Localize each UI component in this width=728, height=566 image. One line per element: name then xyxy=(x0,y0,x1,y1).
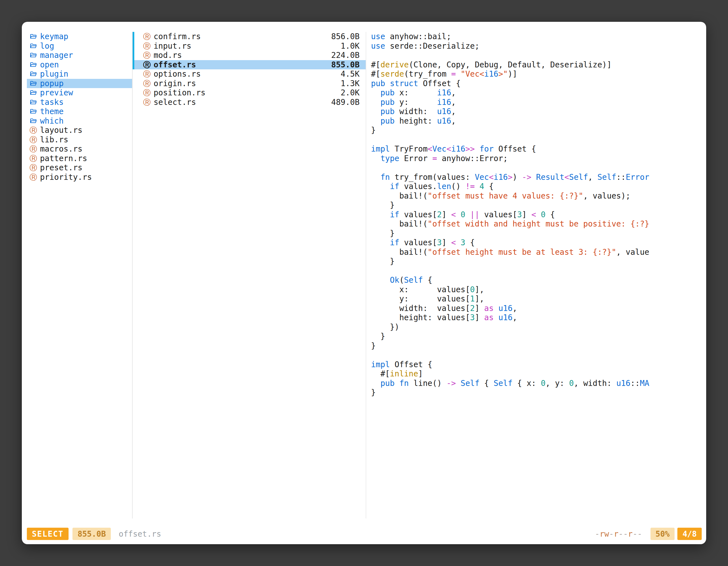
preview-pane-code: use anyhow::bail;use serde::Deserialize;… xyxy=(371,32,702,397)
file-size: 224.0B xyxy=(331,51,360,60)
item-label: pattern.rs xyxy=(40,154,87,163)
file-row-confirm-rs[interactable]: Ⓡconfirm.rs856.0B xyxy=(133,32,366,41)
code-line: bail!("offset height must be at least 3:… xyxy=(371,248,702,257)
code-line: } xyxy=(371,388,702,397)
folder-icon xyxy=(29,42,37,50)
rust-file-icon: Ⓡ xyxy=(143,42,151,50)
folder-icon xyxy=(29,98,37,106)
sidebar-item-macros-rs[interactable]: Ⓡmacros.rs xyxy=(27,144,132,154)
sidebar-item-preset-rs[interactable]: Ⓡpreset.rs xyxy=(27,163,132,173)
code-line: if values.len() != 4 { xyxy=(371,182,702,191)
file-row-options-rs[interactable]: Ⓡoptions.rs4.5K xyxy=(133,69,366,79)
code-line xyxy=(371,350,702,360)
code-line: } xyxy=(371,332,702,341)
file-row-mod-rs[interactable]: Ⓡmod.rs224.0B xyxy=(133,51,366,60)
file-name: options.rs xyxy=(154,69,338,79)
sidebar-item-plugin[interactable]: plugin xyxy=(27,69,132,79)
file-name: offset.rs xyxy=(154,60,329,69)
mode-badge: SELECT xyxy=(27,528,69,540)
sidebar-item-popup[interactable]: popup xyxy=(27,79,132,88)
item-label: preview xyxy=(40,88,73,97)
item-label: manager xyxy=(40,51,73,60)
code-line: } xyxy=(371,257,702,266)
file-size: 1.3K xyxy=(341,79,360,88)
file-row-input-rs[interactable]: Ⓡinput.rs1.0K xyxy=(133,41,366,51)
file-row-offset-rs[interactable]: Ⓡoffset.rs855.0B xyxy=(133,60,366,70)
item-label: priority.rs xyxy=(40,173,92,182)
item-label: open xyxy=(40,60,59,69)
folder-icon xyxy=(29,61,37,69)
rust-file-icon: Ⓡ xyxy=(143,98,151,106)
rust-file-icon: Ⓡ xyxy=(29,155,37,162)
code-line: } xyxy=(371,201,702,210)
code-line: #[serde(try_from = "Vec<i16>")] xyxy=(371,69,702,79)
sidebar-item-layout-rs[interactable]: Ⓡlayout.rs xyxy=(27,126,132,135)
code-line: pub y: i16, xyxy=(371,98,702,107)
preview-pane: use anyhow::bail;use serde::Deserialize;… xyxy=(366,32,702,518)
file-size: 1.0K xyxy=(341,41,360,51)
sidebar-item-lib-rs[interactable]: Ⓡlib.rs xyxy=(27,135,132,145)
sidebar-item-log[interactable]: log xyxy=(27,41,132,51)
rust-file-icon: Ⓡ xyxy=(143,70,151,78)
file-size: 4.5K xyxy=(341,69,360,79)
code-line: width: values[2] as u16, xyxy=(371,304,702,313)
code-line: pub width: u16, xyxy=(371,107,702,116)
file-size-badge: 855.0B xyxy=(72,528,111,540)
sidebar-item-keymap[interactable]: keymap xyxy=(27,32,132,41)
folder-icon xyxy=(29,80,37,87)
sidebar-item-manager[interactable]: manager xyxy=(27,51,132,60)
file-name: position.rs xyxy=(154,88,338,97)
code-line: Ok(Self { xyxy=(371,276,702,285)
item-label: layout.rs xyxy=(40,126,83,135)
item-label: log xyxy=(40,41,54,51)
code-line xyxy=(371,163,702,173)
scroll-indicator-bar xyxy=(132,32,134,69)
rust-file-icon: Ⓡ xyxy=(143,61,151,69)
code-line: impl TryFrom<Vec<i16>> for Offset { xyxy=(371,144,702,154)
file-size: 856.0B xyxy=(331,32,360,41)
status-filename: offset.rs xyxy=(119,529,161,539)
code-line: x: values[0], xyxy=(371,285,702,294)
code-line: bail!("offset must have 4 values: {:?}",… xyxy=(371,191,702,201)
rust-file-icon: Ⓡ xyxy=(29,173,37,181)
code-line: #[derive(Clone, Copy, Debug, Default, De… xyxy=(371,60,702,70)
code-line: fn try_from(values: Vec<i16>) -> Result<… xyxy=(371,173,702,182)
code-line: pub height: u16, xyxy=(371,116,702,126)
rust-file-icon: Ⓡ xyxy=(143,80,151,87)
file-row-select-rs[interactable]: Ⓡselect.rs489.0B xyxy=(133,98,366,107)
file-row-position-rs[interactable]: Ⓡposition.rs2.0K xyxy=(133,88,366,98)
code-line: height: values[3] as u16, xyxy=(371,313,702,322)
item-label: tasks xyxy=(40,98,64,107)
scroll-percent-badge: 50% xyxy=(650,528,675,540)
code-line xyxy=(371,266,702,276)
sidebar-item-pattern-rs[interactable]: Ⓡpattern.rs xyxy=(27,154,132,163)
sidebar-item-priority-rs[interactable]: Ⓡpriority.rs xyxy=(27,173,132,182)
item-label: keymap xyxy=(40,32,68,41)
sidebar-item-tasks[interactable]: tasks xyxy=(27,98,132,107)
code-line xyxy=(371,51,702,60)
rust-file-icon: Ⓡ xyxy=(143,51,151,59)
code-line: y: values[1], xyxy=(371,294,702,304)
file-name: select.rs xyxy=(154,98,329,107)
rust-file-icon: Ⓡ xyxy=(29,164,37,172)
parent-pane: keymaplogmanageropenpluginpopuppreviewta… xyxy=(27,32,132,518)
code-line: } xyxy=(371,126,702,135)
sidebar-item-theme[interactable]: theme xyxy=(27,107,132,116)
file-size: 489.0B xyxy=(331,98,360,107)
current-pane: Ⓡconfirm.rs856.0BⓇinput.rs1.0KⓇmod.rs224… xyxy=(132,32,366,518)
code-line: if values[3] < 3 { xyxy=(371,238,702,248)
file-row-origin-rs[interactable]: Ⓡorigin.rs1.3K xyxy=(133,79,366,88)
item-label: theme xyxy=(40,107,64,116)
sidebar-item-open[interactable]: open xyxy=(27,60,132,70)
code-line: pub x: i16, xyxy=(371,88,702,98)
sidebar-item-which[interactable]: which xyxy=(27,116,132,126)
code-line: } xyxy=(371,229,702,238)
rust-file-icon: Ⓡ xyxy=(143,33,151,40)
folder-icon xyxy=(29,117,37,125)
sidebar-item-preview[interactable]: preview xyxy=(27,88,132,98)
item-label: which xyxy=(40,116,64,126)
item-label: lib.rs xyxy=(40,135,68,144)
code-line: bail!("offset width and height must be p… xyxy=(371,219,702,229)
folder-icon xyxy=(29,51,37,59)
item-label: macros.rs xyxy=(40,144,83,154)
